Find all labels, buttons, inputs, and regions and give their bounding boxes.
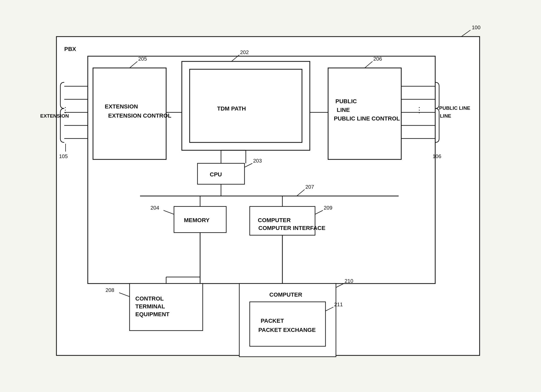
svg-text:⋮: ⋮ <box>62 106 69 114</box>
svg-text:⋮: ⋮ <box>416 106 423 114</box>
public-line-label2: LINE <box>440 113 451 119</box>
packet-exchange-label2: PACKET EXCHANGE <box>258 327 316 333</box>
svg-rect-53 <box>250 302 325 346</box>
cpu-label: CPU <box>210 171 222 178</box>
packet-exchange-label1: PACKET <box>261 318 284 324</box>
tdm-path-label: TDM PATH <box>217 105 246 112</box>
ref-207: 207 <box>305 184 314 190</box>
extension-label: EXTENSION <box>40 113 69 119</box>
extension-control-label: EXTENSION <box>105 103 138 110</box>
control-terminal-label1: CONTROL <box>135 295 164 302</box>
public-line-control-label1: PUBLIC <box>335 98 357 105</box>
ref-211: 211 <box>334 302 343 307</box>
svg-line-1 <box>461 30 470 37</box>
ref-209: 209 <box>324 205 332 211</box>
memory-label: MEMORY <box>184 217 210 223</box>
public-line-control-label3: PUBLIC LINE CONTROL <box>334 115 400 122</box>
ref-106: 106 <box>433 153 441 159</box>
computer-interface-label1: COMPUTER <box>258 217 291 223</box>
public-line-label: PUBLIC LINE <box>439 105 470 111</box>
extension-control-label2: EXTENSION CONTROL <box>108 112 171 119</box>
ref-202: 202 <box>240 49 249 55</box>
ref-205: 205 <box>138 56 147 62</box>
diagram-container: text { font-family: Arial, Helvetica, sa… <box>36 16 506 376</box>
ref-206: 206 <box>373 56 382 62</box>
control-terminal-label2: TERMINAL <box>135 303 165 310</box>
ref-210: 210 <box>345 278 353 284</box>
svg-rect-20 <box>328 68 401 159</box>
ref-105: 105 <box>59 153 68 159</box>
control-terminal-label3: EQUIPMENT <box>135 311 170 318</box>
ref-208: 208 <box>106 287 114 293</box>
computer-label: COMPUTER <box>269 291 302 298</box>
public-line-control-label2: LINE <box>337 107 350 113</box>
ref-203: 203 <box>253 158 262 164</box>
computer-interface-label2: COMPUTER INTERFACE <box>258 225 325 231</box>
ref-204: 204 <box>150 205 159 211</box>
pbx-label: PBX <box>64 46 76 52</box>
ref-100: 100 <box>472 25 480 30</box>
